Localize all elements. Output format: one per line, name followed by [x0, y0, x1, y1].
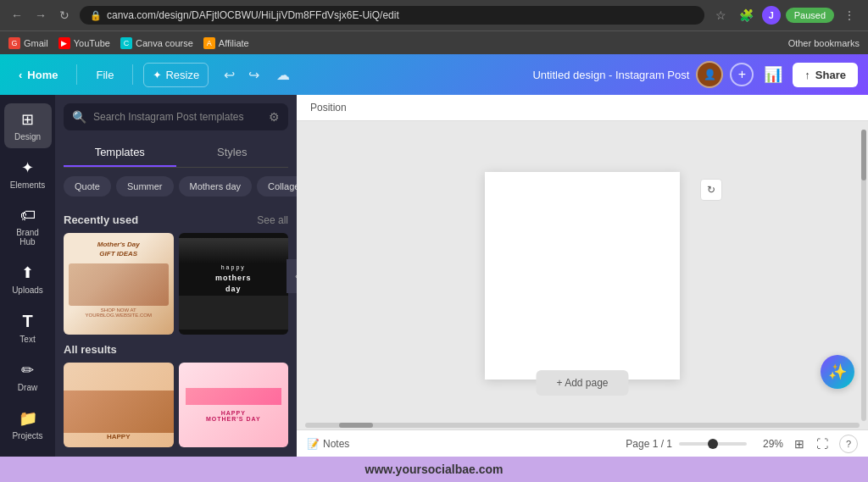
- home-button[interactable]: ‹ Home: [10, 64, 66, 86]
- notes-button[interactable]: 📝 Notes: [307, 438, 349, 450]
- back-button[interactable]: ←: [8, 7, 25, 24]
- bookmarks-bar: G Gmail ▶ YouTube C Canva course A Affil…: [0, 30, 868, 54]
- extensions-icon[interactable]: 🧩: [737, 5, 757, 25]
- template-title-2: happy mothers day: [215, 263, 252, 296]
- sidebar-item-draw[interactable]: ✏ Draw: [4, 354, 52, 399]
- zoom-level: 29%: [754, 438, 783, 450]
- menu-icon[interactable]: ⋮: [839, 5, 860, 25]
- magic-button[interactable]: ✨: [821, 355, 854, 389]
- grid-view-button[interactable]: ⊞: [790, 435, 809, 453]
- position-label: Position: [310, 102, 347, 114]
- share-icon: ↑: [804, 69, 810, 81]
- tag-collage[interactable]: Collage: [257, 176, 297, 197]
- redo-button[interactable]: ↪: [243, 64, 264, 86]
- canvas-page-wrapper: ↻: [485, 172, 680, 380]
- canvas-page[interactable]: [485, 172, 680, 380]
- bookmark-affiliate[interactable]: A Affiliate: [203, 37, 249, 49]
- view-buttons: ⊞ ⛶: [790, 435, 832, 453]
- sidebar-item-uploads[interactable]: ⬆ Uploads: [4, 257, 52, 302]
- add-page-button[interactable]: + Add page: [536, 370, 628, 396]
- panel-content: Recently used See all Mother's DayGIFT I…: [55, 205, 297, 457]
- canvas-workspace[interactable]: ↻ + Add page ✨: [297, 121, 868, 429]
- filter-icon[interactable]: ⚙: [269, 110, 280, 124]
- search-bar: 🔍 ⚙: [55, 95, 297, 139]
- analytics-button[interactable]: 📊: [760, 62, 786, 87]
- affiliate-label: Affiliate: [219, 38, 249, 48]
- add-collaborator-button[interactable]: +: [730, 63, 754, 86]
- template-title-1: Mother's DayGIFT IDEAS: [97, 240, 140, 258]
- zoom-thumb[interactable]: [708, 439, 718, 449]
- resize-label: Resize: [165, 69, 199, 81]
- sidebar-item-projects[interactable]: 📁 Projects: [4, 402, 52, 447]
- home-label: Home: [27, 69, 58, 81]
- horizontal-scrollbar-thumb[interactable]: [339, 423, 373, 428]
- page-info: Page 1 / 1: [626, 438, 672, 450]
- vertical-scrollbar-thumb[interactable]: [861, 130, 866, 180]
- zoom-track[interactable]: [679, 442, 747, 446]
- sidebar-item-design[interactable]: ⊞ Design: [4, 103, 52, 148]
- canvas-rotate-button[interactable]: ↻: [700, 179, 722, 201]
- draw-icon: ✏: [21, 361, 34, 380]
- sidebar-item-text[interactable]: T Text: [4, 305, 52, 351]
- youtube-icon: ▶: [58, 37, 70, 49]
- file-menu[interactable]: File: [87, 64, 122, 86]
- sidebar-item-elements[interactable]: ✦ Elements: [4, 152, 52, 197]
- bookmark-icon[interactable]: ☆: [711, 5, 732, 25]
- tab-styles[interactable]: Styles: [176, 139, 289, 167]
- tag-quote[interactable]: Quote: [64, 176, 111, 197]
- horizontal-scrollbar[interactable]: [305, 423, 860, 428]
- forward-button[interactable]: →: [32, 7, 49, 24]
- canva-app: ‹ Home File ✦ Resize ↩ ↪ ☁ Untitled desi…: [0, 54, 868, 457]
- help-button[interactable]: ?: [839, 435, 858, 453]
- canva-label: Canva course: [136, 38, 193, 48]
- cloud-save-button[interactable]: ☁: [271, 64, 295, 86]
- user-avatar: J: [762, 6, 781, 25]
- all-results-title: All results: [64, 343, 117, 356]
- paused-label: Paused: [794, 10, 826, 20]
- see-all-link[interactable]: See all: [257, 214, 288, 226]
- template-item-1[interactable]: Mother's DayGIFT IDEAS SHOP NOW AT YOURB…: [64, 233, 174, 335]
- other-bookmarks[interactable]: Other bookmarks: [788, 38, 860, 48]
- sidebar-design-label: Design: [14, 132, 41, 141]
- recently-used-header: Recently used See all: [64, 213, 288, 226]
- paused-button[interactable]: Paused: [786, 8, 834, 23]
- search-icon: 🔍: [72, 110, 86, 124]
- tag-mothers-day[interactable]: Mothers day: [179, 176, 253, 197]
- sidebar-projects-label: Projects: [12, 431, 42, 440]
- result-template-2[interactable]: HAPPYMOTHER'S DAY: [179, 363, 289, 447]
- design-icon: ⊞: [21, 110, 34, 129]
- sidebar-text-label: Text: [19, 335, 35, 344]
- all-results-grid: HAPPY HAPPYMOTHER'S DAY: [64, 363, 288, 447]
- browser-actions: ☆ 🧩 J Paused ⋮: [711, 5, 860, 25]
- tag-summer[interactable]: Summer: [116, 176, 174, 197]
- bookmark-canva[interactable]: C Canva course: [120, 37, 193, 49]
- bookmark-youtube[interactable]: ▶ YouTube: [58, 37, 110, 49]
- address-bar[interactable]: 🔒 canva.com/design/DAFjtlOCBWU/HiLjiVDm8…: [80, 6, 704, 25]
- resize-button[interactable]: ✦ Resize: [143, 63, 209, 87]
- sidebar-item-brand-hub[interactable]: 🏷 Brand Hub: [4, 200, 52, 253]
- notes-icon: 📝: [307, 438, 320, 450]
- fullscreen-button[interactable]: ⛶: [812, 435, 832, 453]
- template-item-2[interactable]: happy mothers day: [179, 233, 289, 335]
- refresh-button[interactable]: ↻: [56, 7, 73, 24]
- undo-button[interactable]: ↩: [219, 64, 240, 86]
- result-title-2: HAPPYMOTHER'S DAY: [206, 410, 261, 422]
- canva-main: ⊞ Design ✦ Elements 🏷 Brand Hub ⬆ Upload…: [0, 95, 868, 457]
- user-profile-avatar[interactable]: 👤: [696, 61, 723, 88]
- search-input[interactable]: [93, 111, 262, 123]
- design-title: Untitled design - Instagram Post: [532, 69, 689, 81]
- canva-toolbar: ‹ Home File ✦ Resize ↩ ↪ ☁ Untitled desi…: [0, 54, 868, 95]
- brand-hub-icon: 🏷: [20, 207, 36, 224]
- result-preview-1: HAPPY: [64, 363, 174, 447]
- vertical-scrollbar[interactable]: [861, 130, 866, 421]
- share-button[interactable]: ↑ Share: [793, 63, 858, 87]
- history-controls: ↩ ↪: [219, 64, 264, 86]
- notes-label: Notes: [323, 438, 349, 450]
- gmail-label: Gmail: [24, 38, 48, 48]
- panel-collapse-button[interactable]: ‹: [287, 259, 297, 293]
- all-results-header: All results: [64, 343, 288, 356]
- tab-templates[interactable]: Templates: [64, 139, 176, 167]
- result-template-1[interactable]: HAPPY: [64, 363, 174, 447]
- bookmark-gmail[interactable]: G Gmail: [8, 37, 48, 49]
- sidebar-elements-label: Elements: [10, 180, 46, 190]
